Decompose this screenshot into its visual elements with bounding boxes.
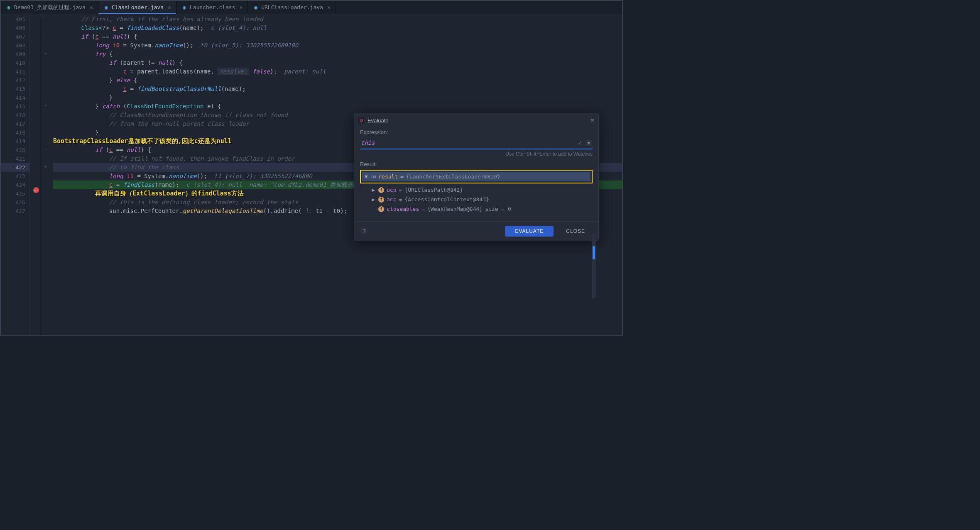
tab-demo03[interactable]: ◉ Demo03_类加载的过程.java × bbox=[1, 1, 98, 14]
expand-arrow-icon[interactable]: ▶ bbox=[372, 196, 376, 203]
code-line[interactable]: c = parent.loadClass(name, resolve: fals… bbox=[53, 67, 622, 76]
code-line[interactable]: } catch (ClassNotFoundException e) { bbox=[53, 102, 622, 111]
tab-label: ClassLoader.java bbox=[112, 4, 164, 10]
code-line[interactable]: long t0 = System.nanoTime(); t0 (slot_5)… bbox=[53, 41, 622, 50]
close-icon[interactable]: × bbox=[590, 117, 594, 124]
code-line[interactable]: if (c == null) { bbox=[53, 32, 622, 41]
code-line[interactable]: try { bbox=[53, 50, 622, 59]
scrollbar-thumb[interactable] bbox=[593, 246, 595, 259]
tab-urlclassloader[interactable]: ◉ URLClassLoader.java × bbox=[248, 1, 336, 14]
fold-marker-icon[interactable]: ⊖ bbox=[43, 164, 48, 169]
code-line[interactable]: c = findBootstrapClassOrNull(name); bbox=[53, 85, 622, 93]
fold-marker-icon[interactable]: − bbox=[43, 59, 48, 64]
field-icon: f bbox=[378, 206, 384, 212]
java-lib-icon: ◉ bbox=[103, 5, 109, 10]
code-line[interactable]: // First, check if the class has already… bbox=[53, 15, 622, 24]
expand-arrow-icon[interactable]: ▶ bbox=[372, 187, 376, 193]
code-line[interactable]: Class<?> c = findLoadedClass(name); c (s… bbox=[53, 24, 622, 32]
close-button[interactable]: CLOSE bbox=[559, 226, 593, 237]
expression-label: Expression: bbox=[360, 129, 593, 135]
result-child-row[interactable]: ▶f ucp = {URLClassPath@842} bbox=[360, 185, 593, 195]
line-number-gutter: 4054064074084094104114124134144154164174… bbox=[1, 14, 30, 335]
evaluate-button[interactable]: EVALUATE bbox=[505, 226, 554, 237]
result-child-row[interactable]: f closeables = {WeakHashMap@844} size = … bbox=[360, 204, 593, 214]
expression-input[interactable]: this ⤢ ▼ bbox=[360, 138, 593, 149]
code-line[interactable]: } bbox=[53, 93, 622, 102]
scrollbar-track[interactable] bbox=[592, 234, 596, 298]
fold-marker-icon[interactable]: − bbox=[43, 147, 48, 151]
expression-value: this bbox=[361, 139, 375, 146]
close-icon[interactable]: × bbox=[168, 4, 171, 10]
fold-marker-icon[interactable]: − bbox=[43, 33, 48, 38]
chevron-down-icon[interactable]: ▼ bbox=[586, 140, 592, 146]
fold-gutter[interactable]: −−−−−⊖ bbox=[42, 14, 50, 335]
field-name: ucp bbox=[387, 187, 396, 193]
field-value: {URLClassPath@842} bbox=[404, 187, 463, 193]
code-line[interactable]: } else { bbox=[53, 76, 622, 85]
field-value: {WeakHashMap@844} bbox=[427, 206, 483, 212]
field-name: closeables bbox=[387, 206, 419, 212]
field-value: {AccessControlContext@843} bbox=[404, 196, 489, 203]
field-icon: f bbox=[378, 197, 384, 203]
intellij-icon: IJ bbox=[358, 117, 364, 123]
dialog-header[interactable]: IJ Evaluate × bbox=[354, 113, 598, 127]
dialog-title: Evaluate bbox=[368, 117, 587, 124]
tab-label: Demo03_类加载的过程.java bbox=[14, 4, 86, 11]
editor-tabs-bar: ◉ Demo03_类加载的过程.java × ◉ ClassLoader.jav… bbox=[1, 1, 622, 14]
result-child-row[interactable]: ▶f acc = {AccessControlContext@843} bbox=[360, 195, 593, 204]
evaluate-dialog[interactable]: IJ Evaluate × Expression: this ⤢ ▼ Use C… bbox=[354, 113, 599, 241]
breakpoint-gutter[interactable] bbox=[30, 14, 42, 335]
java-lib-icon: ◉ bbox=[253, 5, 259, 10]
java-lib-icon: ◉ bbox=[181, 5, 187, 10]
field-icon: f bbox=[378, 187, 384, 193]
input-hint: Use Ctrl+Shift+Enter to add to Watches bbox=[360, 149, 593, 161]
help-button[interactable]: ? bbox=[360, 227, 368, 235]
close-icon[interactable]: × bbox=[239, 4, 243, 10]
result-highlight-box: ▼ oo result = {Launcher$ExtClassLoader@8… bbox=[360, 170, 593, 183]
java-class-icon: ◉ bbox=[6, 5, 12, 10]
tab-label: Launcher.class bbox=[190, 4, 235, 10]
tab-classloader[interactable]: ◉ ClassLoader.java × bbox=[98, 1, 176, 14]
expand-arrow-icon[interactable]: ▼ bbox=[365, 173, 369, 180]
fold-marker-icon[interactable]: − bbox=[43, 103, 48, 108]
var-value: {Launcher$ExtClassLoader@839} bbox=[406, 173, 500, 180]
tab-launcher[interactable]: ◉ Launcher.class × bbox=[176, 1, 248, 14]
close-icon[interactable]: × bbox=[327, 4, 331, 10]
object-icon: oo bbox=[371, 174, 376, 179]
result-root-row[interactable]: ▼ oo result = {Launcher$ExtClassLoader@8… bbox=[362, 172, 590, 181]
tab-label: URLClassLoader.java bbox=[261, 4, 323, 10]
expand-icon[interactable]: ⤢ bbox=[578, 140, 582, 146]
fold-marker-icon[interactable]: − bbox=[43, 51, 48, 56]
result-label: Result: bbox=[360, 161, 593, 167]
var-name: result bbox=[378, 173, 398, 180]
code-line[interactable]: if (parent != null) { bbox=[53, 59, 622, 67]
close-icon[interactable]: × bbox=[90, 4, 93, 10]
field-name: acc bbox=[387, 196, 396, 203]
breakpoint-icon[interactable] bbox=[33, 187, 39, 193]
